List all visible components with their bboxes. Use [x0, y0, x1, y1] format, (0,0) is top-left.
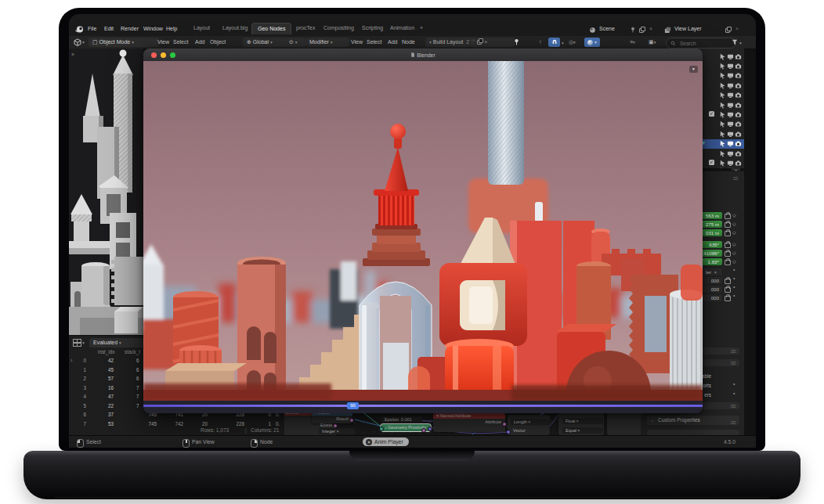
playhead[interactable]: 90 — [347, 402, 359, 409]
cell[interactable]: 57 — [95, 376, 114, 381]
tab-geo-nodes[interactable]: Geo Nodes — [251, 23, 291, 34]
epsilon-field[interactable]: Epsilon 0.001 — [381, 416, 422, 423]
cell[interactable]: 0. — [276, 421, 284, 427]
lock-icon[interactable] — [725, 243, 731, 248]
scene-icon[interactable] — [589, 27, 596, 34]
transform-tool-icon[interactable]: ↑ — [539, 39, 542, 45]
scene-name[interactable]: Scene — [599, 26, 615, 31]
mode-dropdown[interactable]: ▢ Object Mode ▾ — [89, 38, 159, 47]
view-layer-name[interactable]: View Layer — [674, 26, 702, 31]
operation-dropdown[interactable]: Length ▾ — [511, 419, 551, 425]
fake-user-icon[interactable]: ♡ — [471, 39, 475, 45]
node-named-attribute-2[interactable]: ▾ Named Attribute Attribute — [433, 413, 505, 432]
tab-layout-big[interactable]: Layout.big — [222, 25, 248, 31]
data-type-dropdown[interactable]: Integer ▾ — [319, 428, 355, 434]
orientation-dropdown[interactable]: ⊕ Global ▾ — [243, 38, 288, 47]
unlink-node-group-icon[interactable]: × — [484, 39, 487, 45]
render-timeline[interactable]: 90 — [143, 401, 703, 413]
socket-vector[interactable] — [506, 430, 511, 434]
spreadsheet-editor-icon[interactable] — [73, 339, 81, 347]
cell[interactable]: 6 — [136, 358, 143, 363]
cell[interactable]: 2 — [74, 376, 86, 381]
view-layer-icon[interactable] — [664, 27, 671, 34]
cell[interactable]: 22 — [95, 403, 114, 409]
node-vector-math[interactable]: Length ▾ Vector — [508, 415, 550, 435]
cell[interactable]: 53 — [95, 421, 114, 427]
cell[interactable]: 7 — [136, 403, 143, 409]
keyframe-diamond-icon[interactable]: ◇ — [732, 212, 736, 218]
collapse-chevron-icon[interactable]: ▾ — [689, 66, 698, 73]
pin-icon[interactable] — [630, 27, 636, 33]
cell[interactable]: 6 — [136, 367, 143, 373]
animate-dot-icon[interactable]: • — [733, 391, 735, 396]
region-expand-icon[interactable]: » — [71, 52, 74, 57]
socket-attribute[interactable] — [502, 422, 507, 427]
cell[interactable]: 1 — [74, 367, 86, 373]
editor-type-icon[interactable] — [74, 38, 81, 46]
node-menu-select[interactable]: Select — [367, 39, 381, 45]
animate-dot-icon[interactable]: • — [733, 284, 735, 290]
node-group-name-field[interactable]: ▾ Build Layout 2 ♡ × — [425, 38, 515, 47]
node-geometry-proximity[interactable]: › Geometry Proximity — [380, 423, 432, 432]
outliner-collection-icon[interactable]: ▣▾ — [649, 39, 656, 45]
stop-icon[interactable]: ✕ — [366, 439, 372, 445]
viewport-shading-toggle[interactable]: ▾ — [584, 38, 600, 47]
menu-render[interactable]: Render — [121, 26, 139, 31]
outliner-search[interactable] — [666, 38, 736, 49]
panel-options-icon[interactable]: ≡≡ — [733, 176, 738, 181]
cell[interactable]: 745 — [136, 421, 157, 427]
render-window-titlebar[interactable]: Blender — [143, 49, 703, 62]
panel-collapsed[interactable] — [647, 430, 739, 435]
render-window[interactable]: Blender — [143, 49, 703, 413]
filter-chevron-icon[interactable]: ▾ — [739, 41, 742, 45]
cell[interactable]: 16 — [95, 385, 114, 391]
dataset-dropdown[interactable]: Evaluated ▾ — [89, 338, 146, 347]
viewport-menu-view[interactable]: View — [157, 39, 169, 45]
compare-type-dropdown[interactable]: Float ▾ — [562, 418, 603, 424]
cell[interactable]: 42 — [95, 358, 114, 363]
panel-custom-properties[interactable]: › Custom Properties ≡≡ — [647, 416, 739, 425]
keyframe-diamond-icon[interactable]: ◇ — [732, 229, 736, 235]
new-view-layer-icon[interactable] — [725, 27, 731, 33]
tab-add-workspace[interactable]: + — [420, 25, 423, 31]
remove-view-layer-icon[interactable]: × — [735, 26, 739, 31]
cell[interactable]: 0 — [74, 358, 86, 363]
proportional-edit-icon[interactable]: ◎▾ — [569, 39, 576, 45]
cell[interactable]: 6 — [74, 412, 86, 417]
search-input[interactable] — [678, 40, 727, 47]
cell[interactable]: 5 — [74, 403, 86, 409]
cell[interactable]: 3 — [74, 385, 86, 391]
animate-dot-icon[interactable]: • — [733, 293, 735, 298]
cell[interactable]: 7 — [136, 394, 143, 399]
lock-icon[interactable] — [725, 231, 731, 236]
snap-chevron-icon[interactable]: ▾ — [562, 41, 564, 45]
viewport-menu-object[interactable]: Object — [210, 39, 226, 45]
socket-target[interactable] — [379, 427, 384, 431]
menu-help[interactable]: Help — [166, 26, 177, 31]
checkbox-checked[interactable]: ✓ — [709, 111, 714, 117]
pivot-dropdown[interactable]: ⊙ ▾ — [285, 38, 305, 47]
cell[interactable]: 47 — [95, 394, 114, 399]
keyframe-diamond-icon[interactable]: ◇ — [732, 250, 736, 255]
column-header-stack-t[interactable]: stack_t — [125, 349, 140, 355]
cell[interactable]: 37 — [95, 412, 114, 417]
compare-op-dropdown[interactable]: Equal ▾ — [562, 427, 603, 434]
anim-player-badge[interactable]: ✕ Anim Player — [363, 437, 409, 446]
row-expand-icon[interactable]: › — [70, 358, 72, 363]
filter-funnel-icon[interactable] — [732, 39, 738, 45]
cell[interactable]: 1 — [257, 421, 271, 427]
cell[interactable]: 742 — [161, 421, 183, 427]
viewport-3d[interactable]: » — [69, 49, 143, 335]
column-header-inst-idx[interactable]: inst_idx — [98, 349, 114, 355]
lock-icon[interactable] — [725, 296, 731, 301]
menu-file[interactable]: File — [88, 26, 96, 31]
animate-dot-icon[interactable]: • — [733, 275, 735, 281]
menu-window[interactable]: Window — [143, 26, 163, 31]
lock-icon[interactable] — [725, 260, 731, 265]
lock-icon[interactable] — [725, 214, 731, 219]
cell[interactable]: 7 — [74, 421, 86, 427]
snap-toggle[interactable] — [548, 38, 560, 47]
socket-result[interactable] — [349, 418, 354, 423]
node-menu-node[interactable]: Node — [402, 39, 415, 45]
tab-proctex[interactable]: procTex — [296, 25, 316, 31]
